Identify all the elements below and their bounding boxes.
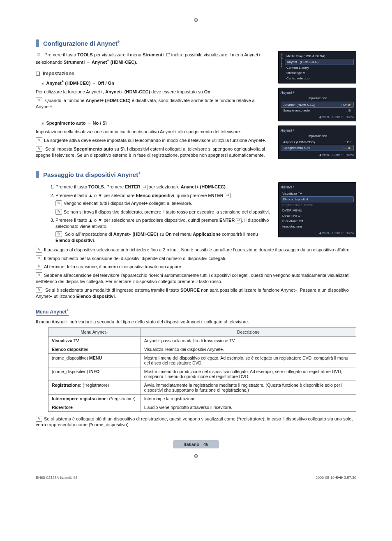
table-cell-menu: Elenco dispositivi — [48, 345, 141, 353]
note-icon: ✎ — [36, 287, 42, 293]
osd-menu-row: Impostazione — [281, 224, 354, 229]
note-icon: ✎ — [55, 200, 62, 206]
osd-row-selected: Spegnimento auto: Sì ▶ — [281, 145, 354, 151]
table-cell-menu: Ricevitore — [48, 403, 141, 411]
table-row: Visualizza TVAnynet+ passa alla modalità… — [48, 336, 356, 345]
osd-menu-row: Visualizza TV — [281, 191, 354, 196]
page-number-badge: Italiano - 46 — [173, 440, 219, 448]
bottom-note-5: ✎ Se si è selezionata una modalità di in… — [36, 287, 356, 300]
section-title-config-text: Configurazione di Anynet — [43, 40, 118, 47]
note-icon: ✎ — [36, 255, 42, 261]
tools-note: ⌘ Premere il tasto TOOLS per visualizzar… — [36, 52, 273, 65]
step-2: Premere il tasto ▲ o ▼ per selezionare E… — [55, 193, 273, 215]
bottom-note-3: ✎Al termine della scansione, il numero d… — [36, 264, 356, 270]
osd-title: Impostazione — [281, 134, 354, 138]
registration-mark-top: ⊕ — [36, 16, 356, 23]
menu-anynet-heading: Menu Anynet+ — [36, 308, 69, 316]
osd-row: Anynet+ (HDMI-CEC): On — [281, 139, 354, 145]
spegnimento-line1: Impostazione della disattivazione automa… — [36, 129, 273, 135]
osd-menu-row-selected: Elenco dispositivi — [281, 196, 354, 202]
table-cell-menu: Interrompere registrazione: (*registrato… — [48, 394, 141, 403]
tools-icon: ⌘ — [36, 52, 42, 58]
osd-side-label: Applicazione — [281, 53, 285, 81]
table-cell-menu: (nome_dispositivo) MENU — [48, 353, 141, 367]
note-icon: ✎ — [36, 272, 42, 278]
table-row: (nome_dispositivo) INFOMostra i menu di … — [48, 367, 356, 381]
table-header-desc: Descrizione — [141, 327, 356, 336]
impostazione-heading: Impostazione — [36, 71, 273, 77]
menu-anynet-table: Menu Anynet+ Descrizione Visualizza TVAn… — [48, 327, 356, 412]
osd-menu-row: Content Library — [285, 65, 354, 70]
table-row: Interrompere registrazione: (*registrato… — [48, 394, 356, 403]
section-title-passaggio: Passaggio tra dispositivi Anynet+ — [36, 171, 356, 178]
osd-impostazione-1: Anynet+ Impostazione Anynet+ (HDMI-CEC):… — [278, 88, 356, 121]
osd-menu-row: Centro rete dom — [285, 76, 354, 81]
bottom-note-1: ✎Il passaggio al dispositivo selezionato… — [36, 247, 356, 253]
arrow-right-icon: ▶ — [348, 146, 351, 150]
section-title-config: Configurazione di Anynet+ — [36, 39, 356, 47]
note-icon: ✎ — [36, 137, 42, 143]
table-cell-desc: Interrompe la registrazione. — [141, 394, 356, 403]
table-cell-desc: Mostra i menu del dispositivo collegato.… — [141, 353, 356, 367]
spegnimento-note1: ✎La sorgente attiva deve essere impostat… — [36, 137, 273, 144]
table-cell-menu: Registrazione: (*registratore) — [48, 381, 141, 394]
note-icon: ✎ — [36, 247, 42, 253]
table-cell-menu: Visualizza TV — [48, 336, 141, 345]
table-row: Registrazione: (*registratore)Avvia imme… — [48, 381, 356, 394]
note-icon: ✎ — [55, 209, 62, 215]
osd-brand: Anynet+ — [281, 128, 354, 132]
osd-impostazione-2: Anynet+ Impostazione Anynet+ (HDMI-CEC):… — [278, 125, 356, 159]
table-row: RicevitoreL'audio viene riprodotto attra… — [48, 403, 356, 411]
osd-title: Impostazione — [281, 96, 354, 100]
table-cell-menu: (nome_dispositivo) INFO — [48, 367, 141, 381]
osd-menu-row: Ricevitore: Off — [281, 218, 354, 224]
table-cell-desc: Mostra i menu di riproduzione del dispos… — [141, 367, 356, 381]
steps-list: Premere il tasto TOOLS. Premere ENTER ⏎ … — [48, 184, 273, 244]
osd-footer: ◆ Verpl. ⏎ Conf. ↶ Ritorno — [281, 232, 354, 235]
menu-anynet-final-note: ✎Se al sistema è collegato più di un dis… — [36, 416, 356, 428]
osd-device-list: Anynet+ Visualizza TV Elenco dispositivi… — [278, 182, 356, 237]
osd-menu-row: Internet@TV — [285, 70, 354, 76]
table-header-menu: Menu Anynet+ — [48, 327, 141, 336]
arrow-right-icon: ▶ — [348, 103, 351, 107]
osd-menu-row: Registrazione: DVDR — [281, 202, 354, 208]
bottom-note-2: ✎Il tempo richiesto per la scansione dei… — [36, 255, 356, 262]
enter-icon: ⏎ — [225, 193, 231, 198]
table-cell-desc: Anynet+ passa alla modalità di trasmissi… — [141, 336, 356, 345]
table-cell-desc: L'audio viene riprodotto attraverso il r… — [141, 403, 356, 411]
osd-row: Spegnimento auto: Sì — [281, 108, 354, 113]
osd-row-selected: Anynet+ (HDMI-CEC): On ▶ — [281, 102, 354, 108]
section-title-config-sup: + — [118, 39, 120, 44]
note-icon: ✎ — [36, 146, 42, 152]
bottom-note-4: ✎Sebbene all'accensione del televisore l… — [36, 272, 356, 285]
page-footer: Italiano - 46 — [36, 440, 356, 448]
note-icon: ✎ — [36, 264, 42, 269]
enter-icon: ⏎ — [142, 185, 148, 190]
spegnimento-title: Spegnimento auto → No / Sì — [42, 120, 273, 126]
step-1: Premere il tasto TOOLS. Premere ENTER ⏎ … — [55, 184, 273, 190]
checkbox-icon — [36, 71, 43, 77]
table-cell-desc: Avvia immediatamente la registrazione me… — [141, 381, 356, 394]
square-bullet-icon — [42, 121, 46, 125]
osd-brand: Anynet+ — [281, 185, 354, 189]
osd-menu-row: DVDR INFO — [281, 213, 354, 218]
print-meta-right: 2009-05-19 �� 3:57:30 — [316, 476, 356, 480]
print-meta-left: BN68-02325A-Ita.indb 46 — [36, 476, 78, 480]
osd-application-menu: Applicazione Media Play (USB & DLNA) Any… — [278, 51, 356, 84]
note-icon: ✎ — [55, 231, 62, 237]
anynet-cec-title: Anynet+ (HDMI-CEC) → Off / On — [42, 79, 273, 86]
menu-anynet-intro: Il menu Anynet+ può variare a seconda de… — [36, 319, 356, 325]
enter-icon: ⏎ — [236, 218, 242, 223]
osd-footer: ◆ Verpl. ⏎ Conf. ↶ Ritorno — [281, 116, 354, 119]
osd-menu-row: DVDR MENU — [281, 208, 354, 213]
anynet-cec-line1: Per utilizzare la funzione Anynet+, Anyn… — [36, 89, 273, 95]
osd-brand: Anynet+ — [281, 90, 354, 95]
registration-mark-bottom: ⊕ — [36, 453, 356, 459]
spegnimento-note2: ✎ Se si imposta Spegnimento auto su Sì, … — [36, 146, 273, 158]
anynet-cec-note: ✎ Quando la funzione Anynet+ (HDMI-CEC) … — [36, 98, 273, 110]
osd-footer: ◆ Verpl. ⏎ Conf. ↶ Ritorno — [281, 153, 354, 157]
note-icon: ✎ — [36, 416, 42, 422]
table-cell-desc: Visualizza l'elenco dei dispositivi Anyn… — [141, 345, 356, 353]
print-meta-row: BN68-02325A-Ita.indb 46 2009-05-19 �� 3:… — [36, 476, 356, 480]
table-row: (nome_dispositivo) MENUMostra i menu del… — [48, 353, 356, 367]
